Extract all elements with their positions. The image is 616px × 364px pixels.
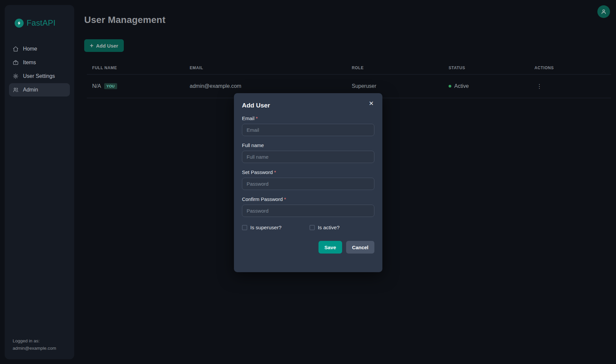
column-header-full-name: Full name <box>87 66 184 70</box>
row-actions-kebab-icon[interactable]: ⋮ <box>534 83 544 90</box>
logged-in-label: Logged in as: <box>13 337 56 345</box>
confirm-password-field-group: Confirm Password* <box>242 196 374 217</box>
email-field[interactable] <box>242 124 374 136</box>
add-user-modal: Add User ✕ Email* Full name Set Password… <box>234 93 382 272</box>
sidebar-item-admin[interactable]: Admin <box>9 83 70 96</box>
table-header-row: Full name Email Role Status Actions <box>87 64 611 75</box>
home-icon <box>13 46 19 52</box>
set-password-field-label: Set Password* <box>242 169 374 175</box>
modal-title: Add User <box>242 102 374 109</box>
is-active-checkbox[interactable] <box>309 225 315 230</box>
user-avatar-button[interactable] <box>597 5 610 18</box>
sidebar-item-label: Admin <box>23 87 38 93</box>
email-label-text: Email <box>242 115 255 121</box>
sidebar-item-label: User Settings <box>23 73 55 79</box>
email-field-group: Email* <box>242 115 374 136</box>
set-password-field[interactable] <box>242 178 374 190</box>
page-title: User Management <box>84 15 165 25</box>
plus-icon: + <box>90 43 94 49</box>
confirm-password-label-text: Confirm Password <box>242 196 283 202</box>
users-icon <box>13 87 19 93</box>
full-name-field[interactable] <box>242 151 374 163</box>
confirm-password-field[interactable] <box>242 205 374 217</box>
sidebar-item-user-settings[interactable]: User Settings <box>9 70 70 83</box>
user-icon <box>600 8 607 15</box>
set-password-label-text: Set Password <box>242 169 273 175</box>
full-name-value: N/A <box>92 83 101 89</box>
cell-role: Superuser <box>346 83 443 89</box>
email-field-label: Email* <box>242 115 374 121</box>
column-header-status: Status <box>443 66 529 70</box>
is-superuser-checkbox[interactable] <box>242 225 247 230</box>
status-label: Active <box>454 83 469 89</box>
sidebar: FastAPI Home Items User Settings Admin L… <box>5 5 74 359</box>
column-header-actions: Actions <box>529 66 611 70</box>
add-user-button-label: Add User <box>96 43 118 49</box>
is-superuser-checkbox-item[interactable]: Is superuser? <box>242 225 309 231</box>
sidebar-item-label: Home <box>23 46 37 52</box>
required-marker: * <box>274 169 276 175</box>
full-name-label-text: Full name <box>242 142 264 148</box>
cell-actions: ⋮ <box>529 83 611 90</box>
modal-checkboxes-row: Is superuser? Is active? <box>242 225 374 231</box>
cell-email: admin@example.com <box>184 83 346 89</box>
add-user-button[interactable]: + Add User <box>84 39 124 52</box>
is-active-label: Is active? <box>318 225 339 231</box>
confirm-password-field-label: Confirm Password* <box>242 196 374 202</box>
cell-status: Active <box>443 83 529 89</box>
sidebar-item-label: Items <box>23 60 36 66</box>
logged-in-info: Logged in as: admin@example.com <box>13 337 56 352</box>
you-badge: YOU <box>104 83 117 89</box>
sidebar-item-items[interactable]: Items <box>9 56 70 69</box>
modal-close-icon[interactable]: ✕ <box>366 98 376 108</box>
column-header-email: Email <box>184 66 346 70</box>
required-marker: * <box>284 196 286 202</box>
is-superuser-label: Is superuser? <box>250 225 282 231</box>
cell-full-name: N/A YOU <box>87 83 184 89</box>
brand-name: FastAPI <box>27 18 56 28</box>
logged-in-email: admin@example.com <box>13 345 56 352</box>
is-active-checkbox-item[interactable]: Is active? <box>309 225 339 231</box>
full-name-field-group: Full name <box>242 142 374 163</box>
fastapi-bolt-icon <box>15 19 24 28</box>
gear-icon <box>13 73 19 79</box>
full-name-field-label: Full name <box>242 142 374 148</box>
set-password-field-group: Set Password* <box>242 169 374 190</box>
modal-actions: Save Cancel <box>242 241 374 254</box>
cancel-button[interactable]: Cancel <box>346 241 374 254</box>
required-marker: * <box>256 115 258 121</box>
sidebar-nav: Home Items User Settings Admin <box>5 42 74 96</box>
column-header-role: Role <box>346 66 443 70</box>
brand-logo: FastAPI <box>15 18 74 28</box>
briefcase-icon <box>13 60 19 66</box>
save-button[interactable]: Save <box>318 241 342 254</box>
status-active-dot <box>449 85 451 88</box>
sidebar-item-home[interactable]: Home <box>9 42 70 56</box>
